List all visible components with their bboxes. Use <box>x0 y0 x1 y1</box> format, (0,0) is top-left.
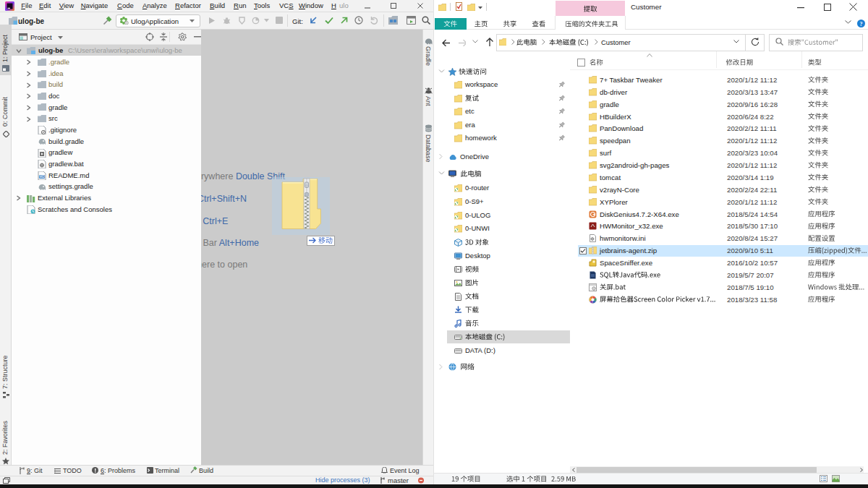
svg-text:?: ? <box>860 21 863 27</box>
svg-text:MD: MD <box>40 175 46 179</box>
